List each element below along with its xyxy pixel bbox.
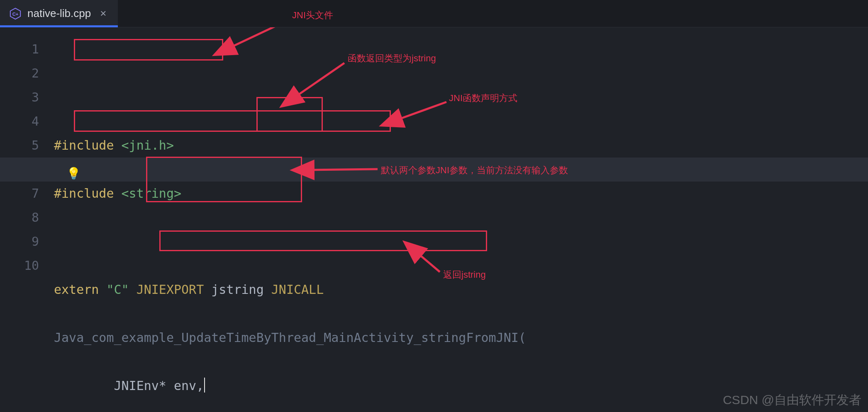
token-c-literal: "C" [106,282,136,297]
line-number: 1 [0,37,54,61]
token-include: #include [54,186,122,201]
token-return-type: jstring [211,282,271,297]
token-function-name: Java_com_example_UpdateTimeByThread_Main… [54,330,526,345]
cpp-file-icon: C+ [9,7,22,20]
code-line: #include <string> [54,182,868,206]
lightbulb-icon[interactable]: 💡 [66,162,81,186]
line-number-gutter: 1 2 3 4 5 6 7 8 9 10 [0,27,54,412]
code-line: Java_com_example_UpdateTimeByThread_Main… [54,326,868,350]
file-tab-native-lib[interactable]: C+ native-lib.cpp × [0,0,118,27]
annotation-label-params: 默认两个参数JNI参数，当前方法没有输入参数 [381,164,568,177]
svg-text:C+: C+ [12,11,19,16]
token-jnicall: JNICALL [271,282,324,297]
token-include: #include [54,138,122,153]
code-area[interactable]: 💡 #include <jni.h> #include <string> ext… [54,27,868,412]
line-number: 5 [0,133,54,158]
file-tab-label: native-lib.cpp [27,7,91,20]
annotation-label-jni-header: JNI头文件 [292,9,333,22]
token-header: <jni.h> [122,138,174,153]
annotation-label-return-expr: 返回jstring [443,269,486,281]
code-line: #include <jni.h> [54,133,868,158]
annotation-label-return-type: 函数返回类型为jstring [348,52,436,65]
line-number: 10 [0,254,54,278]
indent [54,378,114,393]
text-cursor [204,378,205,393]
line-number: 9 [0,230,54,254]
line-number: 3 [0,85,54,109]
watermark: CSDN @自由软件开发者 [723,392,861,409]
line-number: 7 [0,182,54,206]
token-param-name: env, [174,378,204,393]
token-extern: extern [54,282,106,297]
token-header: <string> [122,186,182,201]
annotation-label-jni-decl: JNI函数声明方式 [449,92,517,104]
line-number: 4 [0,109,54,133]
tab-bar: C+ native-lib.cpp × [0,0,868,27]
code-line [54,230,868,254]
token-param-type: JNIEnv* [114,378,174,393]
code-editor[interactable]: 1 2 3 4 5 6 7 8 9 10 💡 #include <jni.h> … [0,27,868,412]
code-line: extern "C" JNIEXPORT jstring JNICALL [54,278,868,302]
close-icon[interactable]: × [100,7,106,20]
line-number: 2 [0,61,54,85]
line-number: 8 [0,206,54,230]
token-jniexport: JNIEXPORT [137,282,212,297]
